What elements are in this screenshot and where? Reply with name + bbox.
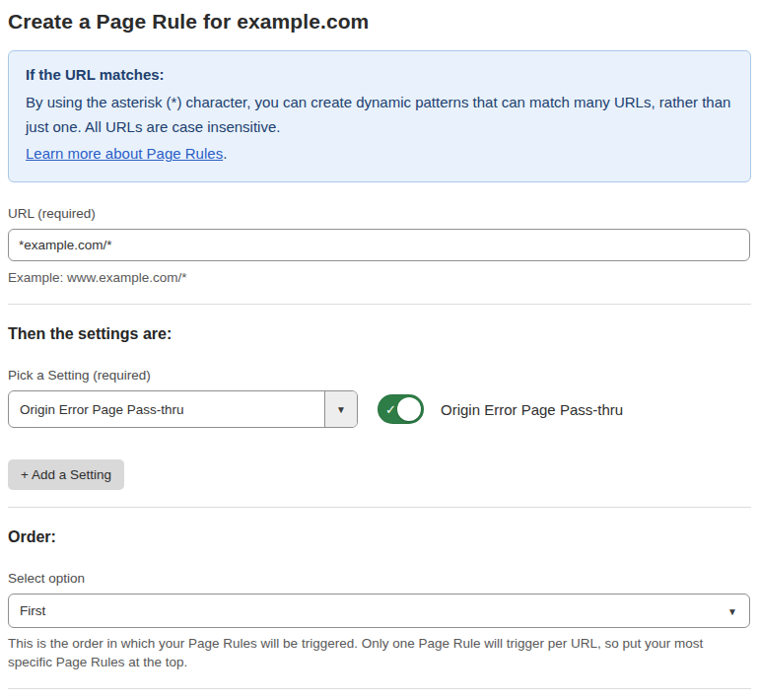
order-select-value: First — [20, 603, 45, 618]
create-page-rule-form: Create a Page Rule for example.com If th… — [0, 0, 759, 700]
url-field-block: URL (required) Example: www.example.com/… — [8, 206, 751, 287]
toggle-label: Origin Error Page Pass-thru — [441, 401, 623, 418]
settings-section-heading: Then the settings are: — [8, 325, 751, 343]
url-example-hint: Example: www.example.com/* — [8, 268, 751, 287]
setting-row: Origin Error Page Pass-thru ▼ ✓ Origin E… — [8, 390, 751, 428]
setting-toggle-on[interactable]: ✓ — [378, 394, 424, 424]
order-select-label: Select option — [8, 571, 751, 586]
url-field-label: URL (required) — [8, 206, 751, 221]
checkmark-icon: ✓ — [385, 403, 396, 416]
info-link-suffix: . — [223, 145, 227, 162]
divider — [8, 688, 751, 689]
add-setting-button[interactable]: + Add a Setting — [8, 459, 124, 490]
setting-select-arrow-button[interactable]: ▼ — [324, 391, 357, 427]
url-match-info-box: If the URL matches: By using the asteris… — [8, 50, 751, 182]
order-section-heading: Order: — [8, 528, 751, 546]
pick-setting-label: Pick a Setting (required) — [8, 368, 751, 383]
toggle-knob — [397, 397, 421, 421]
order-hint: This is the order in which your Page Rul… — [8, 634, 750, 671]
order-select[interactable]: First ▼ — [8, 594, 750, 628]
setting-select-value: Origin Error Page Pass-thru — [9, 391, 324, 427]
setting-select[interactable]: Origin Error Page Pass-thru ▼ — [8, 390, 358, 428]
info-box-body: By using the asterisk (*) character, you… — [26, 90, 733, 139]
info-box-heading: If the URL matches: — [26, 66, 733, 83]
chevron-down-icon: ▼ — [727, 605, 737, 616]
divider — [8, 304, 751, 305]
url-input[interactable] — [8, 229, 750, 261]
chevron-down-icon: ▼ — [336, 404, 346, 415]
divider — [8, 507, 751, 508]
info-link-row: Learn more about Page Rules. — [26, 141, 733, 166]
page-title: Create a Page Rule for example.com — [8, 10, 751, 34]
learn-more-link[interactable]: Learn more about Page Rules — [26, 145, 223, 162]
